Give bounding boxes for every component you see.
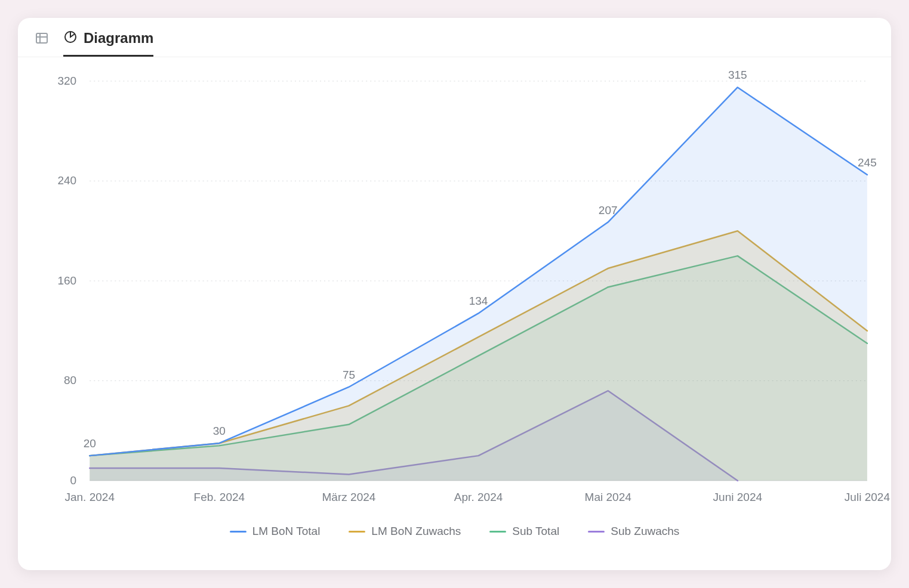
legend-item[interactable]: Sub Total — [489, 525, 559, 538]
svg-text:Jan. 2024: Jan. 2024 — [64, 491, 115, 503]
svg-text:80: 80 — [64, 375, 76, 387]
chart-legend: LM BoN TotalLM BoN ZuwachsSub TotalSub Z… — [18, 525, 891, 538]
legend-swatch — [588, 531, 605, 533]
legend-label: LM BoN Total — [252, 525, 321, 538]
svg-text:240: 240 — [57, 175, 76, 187]
legend-item[interactable]: LM BoN Zuwachs — [349, 525, 461, 538]
svg-text:320: 320 — [57, 75, 76, 87]
svg-text:Mai 2024: Mai 2024 — [585, 491, 632, 503]
svg-text:160: 160 — [57, 274, 76, 287]
chart-plot-area[interactable]: 080160240320Jan. 2024Feb. 2024März 2024A… — [18, 57, 891, 522]
svg-text:März 2024: März 2024 — [322, 491, 376, 503]
svg-text:75: 75 — [343, 369, 355, 381]
svg-text:315: 315 — [728, 69, 747, 81]
svg-text:Apr. 2024: Apr. 2024 — [454, 491, 503, 503]
legend-label: LM BoN Zuwachs — [371, 525, 461, 538]
legend-item[interactable]: LM BoN Total — [230, 525, 321, 538]
svg-text:20: 20 — [84, 437, 96, 450]
svg-text:Juli 2024: Juli 2024 — [845, 491, 890, 503]
svg-rect-0 — [36, 33, 47, 43]
tab-table[interactable] — [35, 31, 49, 56]
tab-chart[interactable]: Diagramm — [63, 30, 153, 57]
tab-chart-label: Diagramm — [84, 30, 153, 47]
svg-text:245: 245 — [858, 156, 877, 169]
svg-text:30: 30 — [213, 425, 226, 437]
svg-text:207: 207 — [599, 204, 618, 216]
chart-card: Diagramm 080160240320Jan. 2024Feb. 2024M… — [18, 18, 891, 570]
legend-swatch — [489, 531, 506, 533]
legend-label: Sub Zuwachs — [611, 525, 679, 538]
svg-text:Juni 2024: Juni 2024 — [713, 491, 763, 503]
svg-text:0: 0 — [70, 474, 77, 487]
pie-chart-icon — [63, 30, 78, 47]
view-tabs: Diagramm — [18, 18, 891, 57]
legend-swatch — [230, 531, 246, 533]
legend-item[interactable]: Sub Zuwachs — [588, 525, 679, 538]
svg-text:134: 134 — [469, 295, 488, 307]
svg-text:Feb. 2024: Feb. 2024 — [194, 491, 245, 503]
legend-label: Sub Total — [512, 525, 559, 538]
legend-swatch — [349, 531, 365, 533]
